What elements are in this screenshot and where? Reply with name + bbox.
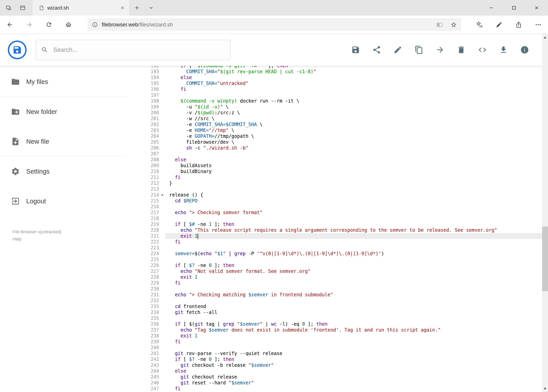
line-number[interactable]: 206 bbox=[126, 145, 159, 151]
line-number[interactable]: 246 bbox=[126, 380, 159, 386]
code-editor[interactable]: 192 if [ "$(command -v git)" != "" ]; th… bbox=[126, 66, 548, 392]
line-number[interactable]: 228 bbox=[126, 274, 159, 280]
code-line[interactable]: 211 fi bbox=[126, 174, 548, 180]
code-text[interactable]: fi bbox=[165, 239, 548, 245]
code-line[interactable]: 247 fi bbox=[126, 386, 548, 392]
code-text[interactable]: -u "$(id -u)" \ bbox=[165, 104, 548, 110]
home-button[interactable] bbox=[59, 16, 78, 34]
line-number[interactable]: 204 bbox=[126, 133, 159, 139]
code-line[interactable]: 192 if [ "$(command -v git)" != "" ]; th… bbox=[126, 66, 548, 69]
more-menu-button[interactable] bbox=[528, 16, 548, 34]
code-line[interactable]: 221 exit 1 bbox=[126, 233, 548, 239]
code-text[interactable]: filebrowser/dev \ bbox=[165, 139, 548, 145]
code-line[interactable]: 207 bbox=[126, 151, 548, 157]
line-number[interactable]: 240 bbox=[126, 345, 159, 350]
line-number[interactable]: 241 bbox=[126, 350, 159, 356]
code-text[interactable]: git checkout release bbox=[165, 374, 548, 380]
line-number[interactable]: 212 bbox=[126, 180, 159, 186]
code-text[interactable]: } bbox=[165, 180, 548, 186]
code-line[interactable]: 218 bbox=[126, 216, 548, 221]
code-text[interactable]: semver=$(echo "$1" | grep -P '^v(0|[1-9]… bbox=[165, 251, 548, 257]
line-number[interactable]: 220 bbox=[126, 227, 159, 233]
code-text[interactable]: -v /$(pwd):/src:z \ bbox=[165, 110, 548, 116]
code-line[interactable]: 216 bbox=[126, 204, 548, 210]
code-text[interactable]: fi bbox=[165, 339, 548, 345]
line-number[interactable]: 195 bbox=[126, 80, 159, 86]
sidebar-item-new-folder[interactable]: New folder bbox=[0, 97, 126, 127]
code-line[interactable]: 246 git reset --hard "$semver" bbox=[126, 380, 548, 386]
code-text[interactable]: $(command -v winpty) docker run --rm -it… bbox=[165, 98, 548, 104]
share-button[interactable] bbox=[366, 38, 387, 62]
code-text[interactable]: COMMIT_SHA="untracked" bbox=[165, 80, 548, 86]
window-close-button[interactable] bbox=[525, 0, 548, 16]
line-number[interactable]: 235 bbox=[126, 315, 159, 321]
line-number[interactable]: 207 bbox=[126, 151, 159, 157]
code-text[interactable]: exit 1 bbox=[165, 333, 548, 339]
code-line[interactable]: 227 echo "Not valid semver format. See s… bbox=[126, 268, 548, 274]
code-line[interactable]: 223 bbox=[126, 245, 548, 251]
code-text[interactable]: git checkout -b release "$semver" bbox=[165, 362, 548, 368]
line-number[interactable]: 210 bbox=[126, 168, 159, 174]
code-line[interactable]: 196 fi bbox=[126, 86, 548, 92]
code-line[interactable]: 205 filebrowser/dev \ bbox=[126, 139, 548, 145]
code-text[interactable]: git fetch --all bbox=[165, 309, 548, 315]
code-text[interactable] bbox=[165, 298, 548, 304]
new-tab-button[interactable] bbox=[130, 0, 144, 16]
code-line[interactable]: 224 semver=$(echo "$1" | grep -P '^v(0|[… bbox=[126, 251, 548, 257]
code-text[interactable]: fi bbox=[165, 386, 548, 392]
code-line[interactable]: 193 COMMIT_SHA="$(git rev-parse HEAD | c… bbox=[126, 69, 548, 75]
sidebar-item-logout[interactable]: Logout bbox=[0, 186, 126, 216]
line-number[interactable]: 232 bbox=[126, 298, 159, 304]
code-text[interactable]: fi bbox=[165, 174, 548, 180]
page-scrollbar[interactable]: ▲ ▼ bbox=[542, 34, 548, 392]
code-text[interactable]: git reset --hard "$semver" bbox=[165, 380, 548, 386]
code-line[interactable]: 232 bbox=[126, 298, 548, 304]
line-number[interactable]: 218 bbox=[126, 216, 159, 221]
code-line[interactable]: 220 echo "This release script requires a… bbox=[126, 227, 548, 233]
code-text[interactable]: -e COMMIT_SHA=$COMMIT_SHA \ bbox=[165, 121, 548, 127]
refresh-button[interactable] bbox=[39, 16, 59, 34]
code-line[interactable]: 213 bbox=[126, 186, 548, 192]
line-number[interactable]: 219 bbox=[126, 221, 159, 227]
search-box[interactable] bbox=[36, 40, 230, 60]
move-button[interactable] bbox=[430, 38, 451, 62]
address-bar[interactable]: filebrowser.web/files/wizard.sh bbox=[88, 18, 461, 31]
line-number[interactable]: 226 bbox=[126, 262, 159, 268]
line-number[interactable]: 237 bbox=[126, 327, 159, 333]
code-line[interactable]: 245 git checkout release bbox=[126, 374, 548, 380]
forward-button[interactable] bbox=[20, 16, 39, 34]
help-link[interactable]: Help bbox=[13, 235, 21, 243]
code-text[interactable]: buildBinary bbox=[165, 168, 548, 174]
code-line[interactable]: 228 exit 1 bbox=[126, 274, 548, 280]
scrollbar-down-arrow-icon[interactable]: ▼ bbox=[542, 385, 548, 392]
code-line[interactable]: 240 bbox=[126, 345, 548, 350]
code-text[interactable] bbox=[165, 245, 548, 251]
code-text[interactable]: if [ "$(command -v git)" != "" ]; then bbox=[165, 66, 548, 69]
hub-favorites-button[interactable] bbox=[470, 16, 489, 34]
scrollbar-up-arrow-icon[interactable]: ▲ bbox=[542, 34, 548, 41]
line-number[interactable]: 242 bbox=[126, 356, 159, 362]
line-number[interactable]: 202 bbox=[126, 121, 159, 127]
line-number[interactable]: 230 bbox=[126, 286, 159, 292]
site-info-icon[interactable] bbox=[92, 22, 98, 28]
code-line[interactable]: 242 if [ $? -ne 0 ]; then bbox=[126, 356, 548, 362]
code-line[interactable]: 226 if [ $? -ne 0 ]; then bbox=[126, 262, 548, 268]
save-button[interactable] bbox=[345, 38, 366, 62]
code-text[interactable]: if [ $(git tag | grep "$semver" | wc -l)… bbox=[165, 321, 548, 327]
code-line[interactable]: 215 cd $REPO bbox=[126, 198, 548, 204]
line-number[interactable]: 213 bbox=[126, 186, 159, 192]
line-number[interactable]: 216 bbox=[126, 204, 159, 210]
code-line[interactable]: 204 -e GOPATH=//tmp/gopath \ bbox=[126, 133, 548, 139]
share-page-button[interactable] bbox=[509, 16, 528, 34]
code-text[interactable]: git rev-parse --verify --quiet release bbox=[165, 350, 548, 356]
line-number[interactable]: 222 bbox=[126, 239, 159, 245]
line-number[interactable]: 247 bbox=[126, 386, 159, 392]
code-line[interactable]: 230 bbox=[126, 286, 548, 292]
code-line[interactable]: 210 buildBinary bbox=[126, 168, 548, 174]
code-text[interactable]: else bbox=[165, 75, 548, 80]
code-line[interactable]: 203 -e HOME="//tmp" \ bbox=[126, 127, 548, 133]
code-line[interactable]: 200 -v /$(pwd):/src:z \ bbox=[126, 110, 548, 116]
web-note-button[interactable] bbox=[489, 16, 509, 34]
line-number[interactable]: 208 bbox=[126, 157, 159, 163]
delete-button[interactable] bbox=[451, 38, 472, 62]
